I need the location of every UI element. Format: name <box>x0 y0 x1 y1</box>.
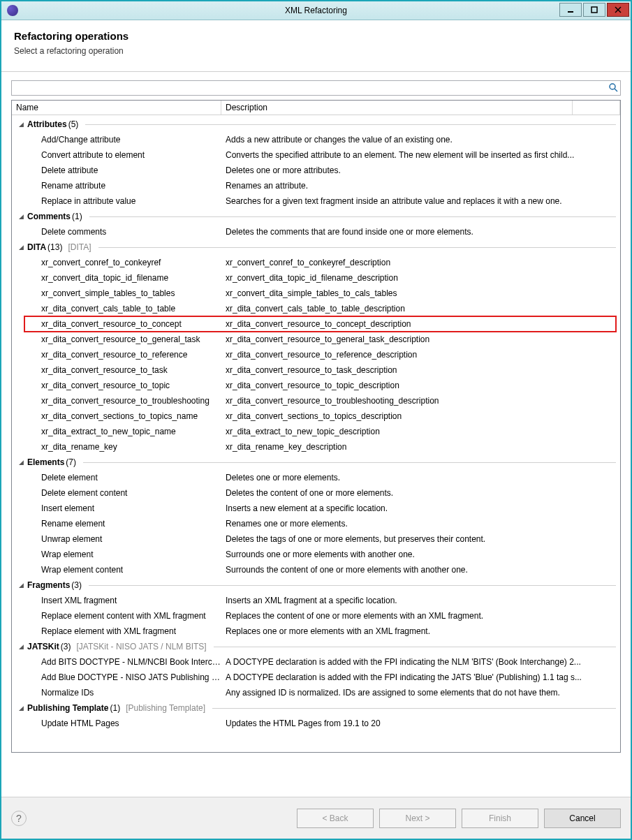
operation-item[interactable]: Wrap elementSurrounds one or more elemen… <box>12 547 620 562</box>
next-button[interactable]: Next > <box>379 809 456 828</box>
operation-item[interactable]: xr_convert_dita_topic_id_filenamexr_conv… <box>12 270 620 286</box>
group-divider <box>85 124 616 125</box>
operation-item[interactable]: xr_dita_convert_resource_to_referencexr_… <box>12 347 620 362</box>
operation-name: Normalize IDs <box>12 688 221 698</box>
operation-item[interactable]: xr_dita_convert_cals_table_to_tablexr_di… <box>12 301 620 316</box>
svg-point-4 <box>610 84 615 89</box>
operation-description: Inserts an XML fragment at a specific lo… <box>221 596 620 605</box>
operation-item[interactable]: Delete elementDeletes one or more elemen… <box>12 470 620 485</box>
column-header-description[interactable]: Description <box>221 101 573 115</box>
operation-item[interactable]: Replace in attribute valueSearches for a… <box>12 193 620 209</box>
expand-icon[interactable]: ◢ <box>19 244 27 251</box>
operation-item[interactable]: Normalize IDsAny assigned ID is normaliz… <box>12 685 620 700</box>
operation-name: xr_dita_convert_resource_to_task <box>12 365 221 375</box>
window-controls <box>559 1 631 20</box>
operation-item[interactable]: Unwrap elementDeletes the tags of one or… <box>12 531 620 547</box>
group-divider <box>214 647 616 647</box>
operations-tree[interactable]: Name Description ◢Attributes (5)Add/Chan… <box>11 100 621 753</box>
operation-description: Updates the HTML Pages from 19.1 to 20 <box>221 719 620 728</box>
operation-item[interactable]: Update HTML PagesUpdates the HTML Pages … <box>12 716 620 731</box>
group-row[interactable]: ◢Publishing Template (1)[Publishing Temp… <box>12 700 620 716</box>
operation-description: Searches for a given text fragment insid… <box>221 196 620 206</box>
operation-description: A DOCTYPE declaration is added with the … <box>221 657 620 667</box>
help-button[interactable]: ? <box>11 811 27 826</box>
operation-description: Deletes one or more elements. <box>221 473 620 482</box>
group-count: (7) <box>66 457 76 467</box>
group-divider <box>89 216 616 217</box>
operation-description: Adds a new attribute or changes the valu… <box>221 135 620 145</box>
cancel-button[interactable]: Cancel <box>544 809 621 828</box>
operation-item[interactable]: Add/Change attributeAdds a new attribute… <box>12 132 620 147</box>
operation-item[interactable]: Replace element content with XML fragmen… <box>12 608 620 624</box>
expand-icon[interactable]: ◢ <box>19 459 27 466</box>
operation-item[interactable]: xr_dita_convert_resource_to_topicxr_dita… <box>12 378 620 393</box>
operation-item[interactable]: Rename elementRenames one or more elemen… <box>12 516 620 531</box>
expand-icon[interactable]: ◢ <box>19 582 27 589</box>
operation-item[interactable]: Wrap element contentSurrounds the conten… <box>12 562 620 577</box>
operation-item[interactable]: Add Blue DOCTYPE - NISO JATS Publishing … <box>12 670 620 685</box>
operation-item[interactable]: xr_dita_convert_resource_to_troubleshoot… <box>12 393 620 408</box>
tree-header: Name Description <box>12 101 620 115</box>
operation-item[interactable]: xr_dita_convert_sections_to_topics_namex… <box>12 408 620 424</box>
search-input[interactable] <box>12 82 606 94</box>
operation-item[interactable]: xr_dita_convert_resource_to_general_task… <box>12 332 620 347</box>
expand-icon[interactable]: ◢ <box>19 121 27 128</box>
operation-item[interactable]: Rename attributeRenames an attribute. <box>12 178 620 193</box>
svg-rect-1 <box>591 7 597 13</box>
group-name: Fragments <box>27 580 70 590</box>
operation-name: Rename element <box>12 519 221 529</box>
group-name: Attributes <box>27 119 67 129</box>
group-name: Comments <box>27 212 71 221</box>
group-tag: [DITA] <box>68 242 91 252</box>
operation-description: Surrounds one or more elements with anot… <box>221 550 620 559</box>
operation-item[interactable]: Add BITS DOCTYPE - NLM/NCBI Book Interch… <box>12 654 620 670</box>
operation-description: xr_dita_convert_resource_to_general_task… <box>221 334 620 344</box>
operation-name: xr_dita_convert_resource_to_topic <box>12 381 221 390</box>
operation-description: xr_dita_convert_resource_to_troubleshoot… <box>221 396 620 406</box>
maximize-button[interactable] <box>583 3 605 17</box>
group-divider <box>212 708 616 709</box>
wizard-header: Refactoring operations Select a refactor… <box>1 20 631 72</box>
operation-item[interactable]: xr_convert_simple_tables_to_tablesxr_con… <box>12 286 620 301</box>
group-row[interactable]: ◢DITA (13)[DITA] <box>12 240 620 255</box>
operation-item[interactable]: Convert attribute to elementConverts the… <box>12 147 620 163</box>
group-row[interactable]: ◢Elements (7) <box>12 455 620 470</box>
operation-item[interactable]: Delete element contentDeletes the conten… <box>12 485 620 501</box>
group-divider <box>83 462 616 463</box>
column-header-name[interactable]: Name <box>12 101 221 115</box>
operation-description: xr_dita_convert_resource_to_task_descrip… <box>221 365 620 375</box>
expand-icon[interactable]: ◢ <box>19 213 27 220</box>
operation-item[interactable]: Replace element with XML fragmentReplace… <box>12 624 620 639</box>
close-button[interactable] <box>607 3 629 17</box>
group-count: (13) <box>47 242 62 252</box>
operation-name: Convert attribute to element <box>12 150 221 160</box>
operation-description: Replaces the content of one or more elem… <box>221 611 620 621</box>
operation-item[interactable]: Insert elementInserts a new element at a… <box>12 501 620 516</box>
operation-name: xr_convert_simple_tables_to_tables <box>12 288 221 298</box>
svg-line-5 <box>615 89 617 91</box>
group-row[interactable]: ◢Attributes (5) <box>12 117 620 132</box>
expand-icon[interactable]: ◢ <box>19 643 27 650</box>
operation-item[interactable]: xr_dita_convert_resource_to_conceptxr_di… <box>24 316 616 332</box>
operation-name: xr_dita_convert_resource_to_troubleshoot… <box>12 396 221 406</box>
operation-name: xr_dita_convert_cals_table_to_table <box>12 304 221 314</box>
operation-item[interactable]: xr_convert_conref_to_conkeyrefxr_convert… <box>12 255 620 270</box>
operation-item[interactable]: xr_dita_rename_keyxr_dita_rename_key_des… <box>12 439 620 455</box>
search-field[interactable] <box>11 80 621 96</box>
group-divider <box>98 247 616 248</box>
group-row[interactable]: ◢Comments (1) <box>12 209 620 224</box>
operation-item[interactable]: Delete commentsDeletes the comments that… <box>12 224 620 240</box>
operation-description: Deletes the comments that are found insi… <box>221 227 620 237</box>
group-row[interactable]: ◢Fragments (3) <box>12 577 620 593</box>
back-button[interactable]: < Back <box>297 809 374 828</box>
expand-icon[interactable]: ◢ <box>19 705 27 712</box>
operation-item[interactable]: xr_dita_extract_to_new_topic_namexr_dita… <box>12 424 620 439</box>
group-row[interactable]: ◢JATSKit (3)[JATSKit - NISO JATS / NLM B… <box>12 639 620 654</box>
minimize-button[interactable] <box>559 3 582 17</box>
operation-name: xr_dita_convert_resource_to_general_task <box>12 334 221 344</box>
operation-item[interactable]: Insert XML fragmentInserts an XML fragme… <box>12 593 620 608</box>
operation-name: Insert XML fragment <box>12 596 221 605</box>
finish-button[interactable]: Finish <box>462 809 538 828</box>
operation-item[interactable]: xr_dita_convert_resource_to_taskxr_dita_… <box>12 362 620 378</box>
operation-item[interactable]: Delete attributeDeletes one or more attr… <box>12 163 620 178</box>
